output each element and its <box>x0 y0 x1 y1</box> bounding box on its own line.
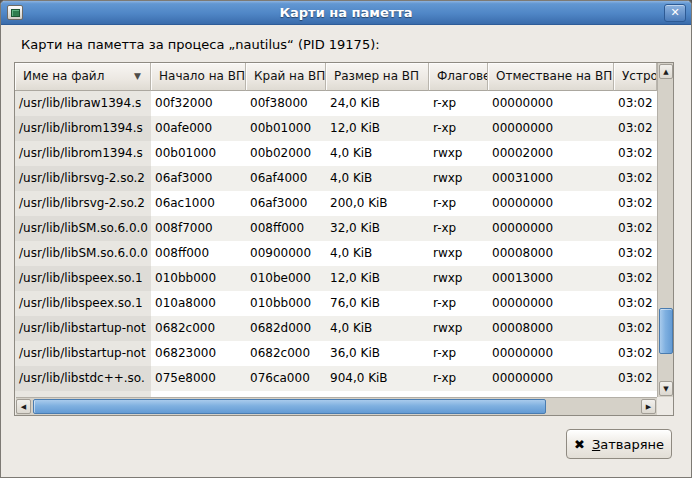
close-x-icon: ✖ <box>574 438 585 451</box>
table-cell: 06ac1000 <box>151 191 246 216</box>
column-header-0[interactable]: Име на файл▼ <box>15 63 151 91</box>
table-cell: /usr/lib/libspeex.so.1 <box>15 266 151 291</box>
table-cell: 00000000 <box>488 191 614 216</box>
table-cell: 010bb000 <box>246 291 326 316</box>
table-cell: rwxp <box>429 241 488 266</box>
table-cell: 03:02 <box>614 366 657 391</box>
table-row[interactable]: /usr/lib/libspeex.so.1010bb000010be00012… <box>15 266 657 291</box>
table-cell: rwxp <box>429 316 488 341</box>
table-cell: 03:02 <box>614 141 657 166</box>
table-cell: /usr/lib/librom1394.s <box>15 141 151 166</box>
table-cell: 06af3000 <box>246 191 326 216</box>
horizontal-scrollbar[interactable]: ◀ ▶ <box>16 397 657 415</box>
table-cell: rwxp <box>429 141 488 166</box>
table-cell: 06af3000 <box>151 166 246 191</box>
table-cell: 32,0 KiB <box>326 216 429 241</box>
table-row[interactable]: /usr/lib/libSM.so.6.0.0008f7000008ff0003… <box>15 216 657 241</box>
table-cell: 200,0 KiB <box>326 191 429 216</box>
table-cell: 00f32000 <box>151 91 246 116</box>
table-cell: 00000000 <box>488 341 614 366</box>
table-row[interactable]: /usr/lib/libraw1394.s00f3200000f3800024,… <box>15 91 657 116</box>
column-header-2[interactable]: Край на ВП <box>246 63 326 91</box>
scroll-left-button[interactable]: ◀ <box>16 399 31 414</box>
table-cell: 06823000 <box>151 341 246 366</box>
memory-maps-dialog: Карти на паметта ✕ Карти на паметта за п… <box>0 0 692 478</box>
table-cell: /usr/lib/libraw1394.s <box>15 91 151 116</box>
table-cell: /usr/lib/libSM.so.6.0.0 <box>15 241 151 266</box>
table-cell: 06af4000 <box>246 166 326 191</box>
table-cell: /usr/lib/librsvg-2.so.2 <box>15 166 151 191</box>
table-cell: 904,0 KiB <box>326 366 429 391</box>
table-cell: 12,0 KiB <box>326 116 429 141</box>
table-cell: 00031000 <box>488 166 614 191</box>
table-cell: 24,0 KiB <box>326 91 429 116</box>
table-cell: 00008000 <box>488 316 614 341</box>
table-cell: 0682c000 <box>246 341 326 366</box>
table-cell: 76,0 KiB <box>326 291 429 316</box>
table-body: /usr/lib/libraw1394.s00f3200000f3800024,… <box>15 91 657 397</box>
table-cell: r-xp <box>429 291 488 316</box>
column-header-4[interactable]: Флагове <box>429 63 488 91</box>
table-row[interactable]: /usr/lib/librsvg-2.so.206af300006af40004… <box>15 166 657 191</box>
table-cell: 00f38000 <box>246 91 326 116</box>
table-cell: 00b02000 <box>246 141 326 166</box>
memory-maps-table: Име на файл▼Начало на ВПКрай на ВПРазмер… <box>14 62 674 416</box>
window-title: Карти на паметта <box>1 1 691 25</box>
table-cell: 010bb000 <box>151 266 246 291</box>
table-cell: 00000000 <box>488 291 614 316</box>
table-cell: 0682c000 <box>151 316 246 341</box>
scroll-up-button[interactable]: ▲ <box>659 64 673 79</box>
table-row[interactable]: /usr/lib/librom1394.s00afe00000b0100012,… <box>15 116 657 141</box>
table-cell: 4,0 KiB <box>326 141 429 166</box>
titlebar-close-button[interactable]: ✕ <box>664 4 686 22</box>
scroll-down-button[interactable]: ▼ <box>659 381 673 396</box>
table-cell: 03:02 <box>614 266 657 291</box>
table-cell: r-xp <box>429 91 488 116</box>
table-cell: 076ca000 <box>246 366 326 391</box>
table-cell: /usr/lib/libspeex.so.1 <box>15 291 151 316</box>
table-cell: rwxp <box>429 166 488 191</box>
table-cell: r-xp <box>429 116 488 141</box>
table-cell: r-xp <box>429 216 488 241</box>
table-cell: /usr/lib/libstdc++.so. <box>15 366 151 391</box>
table-row[interactable]: /usr/lib/libstartup-not068230000682c0003… <box>15 341 657 366</box>
table-cell: 03:02 <box>614 241 657 266</box>
table-row[interactable]: /usr/lib/librom1394.s00b0100000b020004,0… <box>15 141 657 166</box>
vertical-scrollbar[interactable]: ▲ ▼ <box>657 63 673 397</box>
table-cell: /usr/lib/libstartup-not <box>15 341 151 366</box>
table-cell: 00013000 <box>488 266 614 291</box>
table-cell: /usr/lib/librom1394.s <box>15 116 151 141</box>
column-header-3[interactable]: Размер на ВП <box>326 63 429 91</box>
table-row[interactable]: /usr/lib/librsvg-2.so.206ac100006af30002… <box>15 191 657 216</box>
table-cell: 00afe000 <box>151 116 246 141</box>
scroll-right-button[interactable]: ▶ <box>641 399 656 414</box>
table-row[interactable]: /usr/lib/libstartup-not0682c0000682d0004… <box>15 316 657 341</box>
table-cell: /usr/lib/librsvg-2.so.2 <box>15 191 151 216</box>
sort-indicator-icon: ▼ <box>134 63 141 90</box>
column-header-1[interactable]: Начало на ВП <box>151 63 246 91</box>
table-cell: r-xp <box>429 191 488 216</box>
table-row[interactable]: /usr/lib/libSM.so.6.0.0008ff000009000004… <box>15 241 657 266</box>
table-cell: 12,0 KiB <box>326 266 429 291</box>
table-cell: 4,0 KiB <box>326 241 429 266</box>
vertical-scrollbar-thumb[interactable] <box>659 308 673 354</box>
column-header-6[interactable]: Устро <box>614 63 657 91</box>
table-cell: /usr/lib/libstartup-not <box>15 316 151 341</box>
table-cell: r-xp <box>429 366 488 391</box>
table-cell: 008ff000 <box>151 241 246 266</box>
table-cell: /usr/lib/libSM.so.6.0.0 <box>15 216 151 241</box>
horizontal-scrollbar-thumb[interactable] <box>33 399 546 414</box>
table-cell: 4,0 KiB <box>326 166 429 191</box>
column-header-5[interactable]: Отместване на ВП <box>488 63 614 91</box>
table-cell: 00000000 <box>488 216 614 241</box>
table-cell: 075e8000 <box>151 366 246 391</box>
close-button[interactable]: ✖ Затваряне <box>566 429 672 459</box>
table-cell: 008f7000 <box>151 216 246 241</box>
table-cell: 03:02 <box>614 166 657 191</box>
titlebar[interactable]: Карти на паметта ✕ <box>1 1 691 25</box>
table-row[interactable]: /usr/lib/libstdc++.so.075e8000076ca00090… <box>15 366 657 391</box>
table-cell: 4,0 KiB <box>326 316 429 341</box>
treeview: Име на файл▼Начало на ВПКрай на ВПРазмер… <box>15 63 657 397</box>
table-row[interactable]: /usr/lib/libspeex.so.1010a8000010bb00076… <box>15 291 657 316</box>
table-cell: 36,0 KiB <box>326 341 429 366</box>
